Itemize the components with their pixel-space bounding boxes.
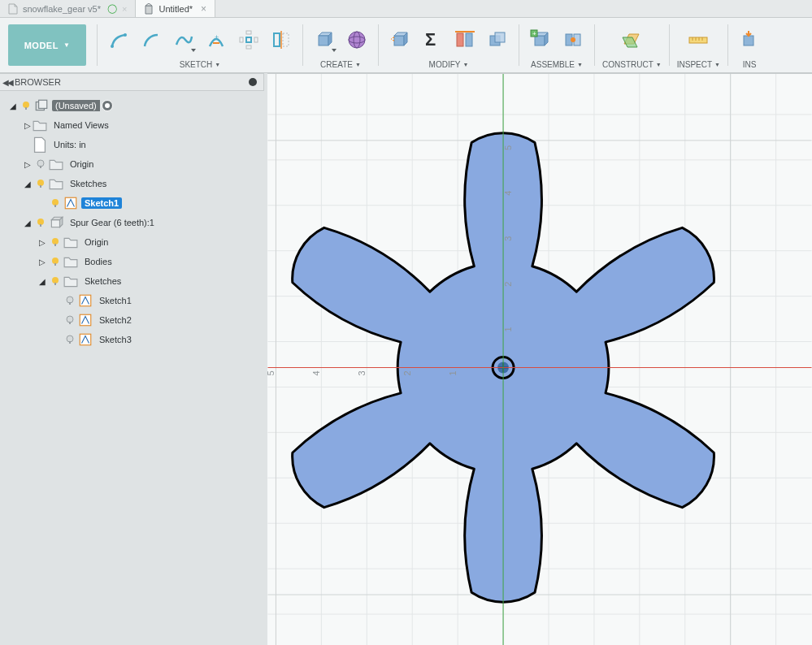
svg-text:+: + — [532, 30, 536, 37]
document-tab-snowflake[interactable]: snowflake_gear v5* ◯ × — [0, 0, 136, 17]
toolbar-separator — [378, 24, 379, 66]
line-tool[interactable] — [105, 26, 132, 54]
document-tab-untitled[interactable]: Untitled* × — [136, 0, 215, 17]
svg-point-53 — [52, 199, 59, 206]
tree-units[interactable]: ▷ Units: in — [8, 135, 261, 154]
visibility-bulb-icon[interactable] — [49, 236, 62, 249]
expand-icon[interactable]: ▷ — [23, 159, 33, 169]
sketch-icon — [78, 294, 93, 307]
tree-sg-sketch3[interactable]: ▷ Sketch3 — [8, 330, 261, 349]
plane-tool[interactable] — [618, 26, 645, 54]
arc-tool[interactable] — [137, 26, 165, 54]
conic-tool[interactable]: + — [202, 26, 230, 54]
sketch-icon — [78, 333, 93, 346]
sketch-icon — [78, 314, 93, 327]
svg-rect-7 — [240, 37, 243, 42]
insert-tool[interactable] — [736, 26, 763, 54]
expand-icon[interactable]: ◢ — [23, 218, 33, 227]
close-tab-icon[interactable]: × — [122, 4, 127, 14]
svg-point-61 — [52, 238, 59, 245]
expand-icon[interactable]: ◢ — [37, 276, 47, 286]
tree-sg-sketches[interactable]: ◢ Sketches — [8, 271, 261, 291]
sphere-tool[interactable] — [343, 26, 371, 54]
svg-rect-54 — [54, 205, 56, 207]
expand-icon[interactable]: ◢ — [23, 179, 33, 188]
canvas-svg[interactable]: 5 4 3 2 1 1 2 3 4 5 — [267, 74, 812, 645]
svg-rect-62 — [54, 244, 56, 246]
group-label[interactable]: SKETCH▼ — [180, 58, 221, 71]
svg-text:2: 2 — [402, 370, 412, 375]
node-label: Sketch3 — [96, 334, 135, 345]
visibility-bulb-icon[interactable] — [49, 197, 62, 210]
expand-icon[interactable]: ▷ — [37, 237, 47, 247]
component-icon — [49, 216, 63, 229]
tree-sg-sketch1[interactable]: ▷ Sketch1 — [8, 291, 261, 310]
panel-options-icon[interactable] — [249, 78, 257, 86]
joint-tool[interactable] — [559, 26, 587, 54]
browser-header[interactable]: ◀◀ BROWSER — [0, 73, 264, 91]
document-icon — [8, 3, 18, 15]
svg-marker-1 — [145, 3, 152, 6]
group-label[interactable]: INSPECT▼ — [677, 58, 720, 71]
toolbar-group-assemble: + ASSEMBLE▼ — [522, 18, 592, 72]
svg-text:1: 1 — [503, 327, 513, 331]
tree-sg-sketch2[interactable]: ▷ Sketch2 — [8, 310, 261, 330]
svg-text:3: 3 — [357, 370, 367, 375]
model-canvas[interactable]: 5 4 3 2 1 1 2 3 4 5 — [267, 73, 812, 645]
tree-origin[interactable]: ▷ Origin — [8, 154, 261, 174]
visibility-bulb-icon[interactable] — [63, 294, 76, 307]
toolbar-separator — [97, 24, 98, 66]
svg-text:5: 5 — [267, 370, 276, 375]
extrude-tool[interactable] — [310, 26, 338, 54]
visibility-bulb-icon[interactable] — [49, 275, 62, 288]
svg-point-73 — [67, 335, 73, 342]
tree-spur-gear[interactable]: ◢ Spur Gear (6 teeth):1 — [8, 213, 261, 232]
spline-tool[interactable] — [170, 26, 198, 54]
activate-radio[interactable] — [102, 100, 113, 111]
toolbar-separator — [302, 24, 303, 66]
align-tool[interactable] — [451, 26, 479, 54]
tree-sg-bodies[interactable]: ▷ Bodies — [8, 252, 261, 271]
svg-point-49 — [37, 160, 44, 167]
tree-sg-origin[interactable]: ▷ Origin — [8, 232, 261, 252]
component-icon — [34, 99, 49, 112]
svg-text:2: 2 — [503, 282, 513, 287]
expand-icon[interactable]: ◢ — [8, 101, 18, 110]
expand-icon[interactable]: ▷ — [37, 257, 47, 266]
toolbar-group-insert: INS — [731, 18, 768, 72]
tree-sketch1-active[interactable]: ▷ Sketch1 — [8, 193, 261, 213]
group-label[interactable]: CREATE▼ — [320, 58, 361, 71]
toolbar-group-sketch: + SKETCH▼ — [100, 18, 300, 72]
parameters-tool[interactable]: Σ — [419, 26, 446, 54]
visibility-bulb-icon[interactable] — [63, 314, 76, 327]
visibility-bulb-icon[interactable] — [34, 158, 47, 171]
close-tab-icon[interactable]: × — [201, 3, 206, 15]
group-label[interactable]: MODIFY▼ — [429, 58, 469, 71]
node-label: Sketch1 — [96, 295, 135, 306]
mirror-tool[interactable] — [267, 26, 295, 54]
combine-tool[interactable] — [484, 26, 511, 54]
visibility-bulb-icon[interactable] — [49, 255, 62, 268]
svg-point-2 — [111, 45, 114, 48]
visibility-bulb-icon[interactable] — [63, 333, 76, 346]
browser-tree: ◢ (Unsaved) ▷ Named Views ▷ Units: in ▷ … — [0, 91, 264, 353]
visibility-bulb-icon[interactable] — [34, 216, 47, 229]
tree-sketches[interactable]: ◢ Sketches — [8, 174, 261, 193]
tree-named-views[interactable]: ▷ Named Views — [8, 115, 261, 135]
visibility-bulb-icon[interactable] — [34, 177, 47, 190]
svg-rect-11 — [274, 33, 280, 46]
tree-root[interactable]: ◢ (Unsaved) — [8, 96, 261, 115]
toolbar-group-create: CREATE▼ — [306, 18, 376, 72]
expand-icon[interactable]: ▷ — [23, 120, 33, 130]
group-label[interactable]: ASSEMBLE▼ — [531, 58, 583, 71]
tab-label: snowflake_gear v5* — [23, 4, 101, 14]
group-label[interactable]: CONSTRUCT▼ — [602, 58, 662, 71]
press-pull-tool[interactable] — [386, 26, 414, 54]
visibility-bulb-icon[interactable] — [20, 99, 33, 112]
workspace-switcher[interactable]: MODEL ▼ — [8, 24, 86, 66]
measure-tool[interactable] — [684, 26, 712, 54]
new-component-tool[interactable]: + — [527, 26, 554, 54]
collapse-panel-icon[interactable]: ◀◀ — [0, 78, 15, 87]
workspace-label: MODEL — [24, 41, 59, 50]
rectangle-pattern-tool[interactable] — [235, 26, 263, 54]
